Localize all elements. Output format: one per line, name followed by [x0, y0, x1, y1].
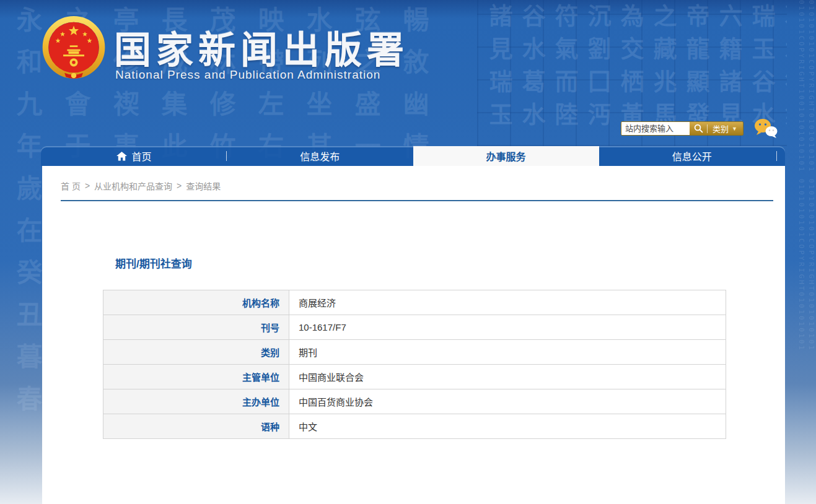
row-label: 语种 [103, 414, 289, 439]
row-value: 期刊 [289, 340, 726, 365]
nav-item-label: 信息公开 [672, 149, 712, 163]
row-value: 中国百货商业协会 [289, 389, 726, 414]
row-value: 10-1617/F7 [289, 315, 726, 340]
wechat-icon[interactable] [753, 118, 778, 139]
content-panel: 首 页 > 从业机构和产品查询 > 查询结果 期刊/期刊社查询 机构名称 商展经… [42, 166, 785, 504]
row-label: 刊号 [103, 315, 289, 340]
site-subtitle: National Press and Publication Administr… [115, 68, 380, 82]
nav-item-label: 信息发布 [300, 149, 340, 163]
site-logo-link[interactable] [41, 16, 107, 90]
chevron-down-icon: ▼ [732, 126, 737, 132]
row-label: 主管单位 [103, 365, 289, 389]
page-title: 期刊/期刊社查询 [115, 255, 192, 271]
breadcrumb-query[interactable]: 从业机构和产品查询 [94, 180, 172, 192]
search-controls: 类别 ▼ [690, 122, 743, 135]
nav-item-home[interactable]: 首页 [41, 146, 227, 166]
table-row: 主管单位 中国商业联合会 [103, 365, 726, 389]
category-label: 类别 [713, 123, 729, 134]
national-emblem-icon [41, 16, 107, 90]
category-dropdown[interactable]: 类别 ▼ [711, 123, 739, 134]
table-row: 机构名称 商展经济 [103, 290, 726, 315]
breadcrumb-home[interactable]: 首 页 [61, 180, 81, 192]
table-row: 语种 中文 [103, 414, 726, 439]
row-value: 中文 [289, 414, 726, 439]
table-row: 类别 期刊 [103, 340, 726, 365]
row-label: 主办单位 [103, 389, 289, 414]
row-value: 中国商业联合会 [289, 365, 726, 389]
site-title: 国家新闻出版署 [114, 20, 409, 74]
search-button[interactable] [694, 124, 703, 133]
search-input[interactable] [621, 122, 690, 135]
main-nav: 首页 信息发布 办事服务 信息公开 [41, 146, 785, 166]
nav-item-news[interactable]: 信息发布 [227, 146, 413, 166]
nav-item-label: 办事服务 [486, 149, 526, 163]
breadcrumb-current: 查询结果 [186, 180, 221, 192]
table-row: 刊号 10-1617/F7 [103, 315, 726, 340]
breadcrumb: 首 页 > 从业机构和产品查询 > 查询结果 [42, 166, 785, 192]
breadcrumb-separator: > [177, 181, 182, 191]
breadcrumb-divider [61, 200, 773, 201]
search-icon [694, 124, 703, 133]
search-divider [707, 124, 708, 133]
nav-item-label: 首页 [132, 149, 152, 163]
row-value: 商展经济 [289, 290, 726, 315]
table-row: 主办单位 中国百货商业协会 [103, 389, 726, 414]
binary-strip-watermark: 0101010101COPYRIGHT0101010101 0101010101… [785, 0, 816, 452]
row-label: 机构名称 [103, 290, 289, 315]
nav-item-services[interactable]: 办事服务 [413, 146, 599, 166]
journal-info-table: 机构名称 商展经济 刊号 10-1617/F7 类别 期刊 主管单位 中国商业联… [103, 290, 726, 439]
row-label: 类别 [103, 340, 289, 365]
breadcrumb-separator: > [85, 181, 90, 191]
home-icon [116, 152, 127, 161]
nav-item-disclosure[interactable]: 信息公开 [599, 146, 785, 166]
site-search: 类别 ▼ [621, 121, 744, 136]
